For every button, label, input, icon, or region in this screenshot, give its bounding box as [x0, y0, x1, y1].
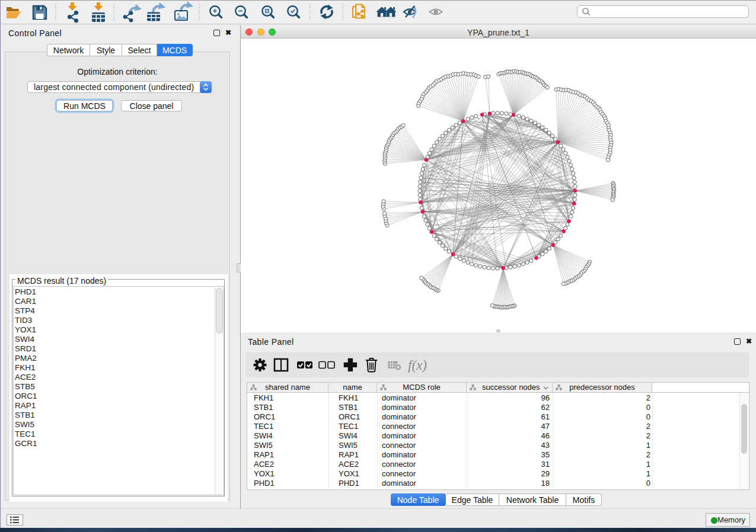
- svg-text:f(x): f(x): [408, 358, 427, 373]
